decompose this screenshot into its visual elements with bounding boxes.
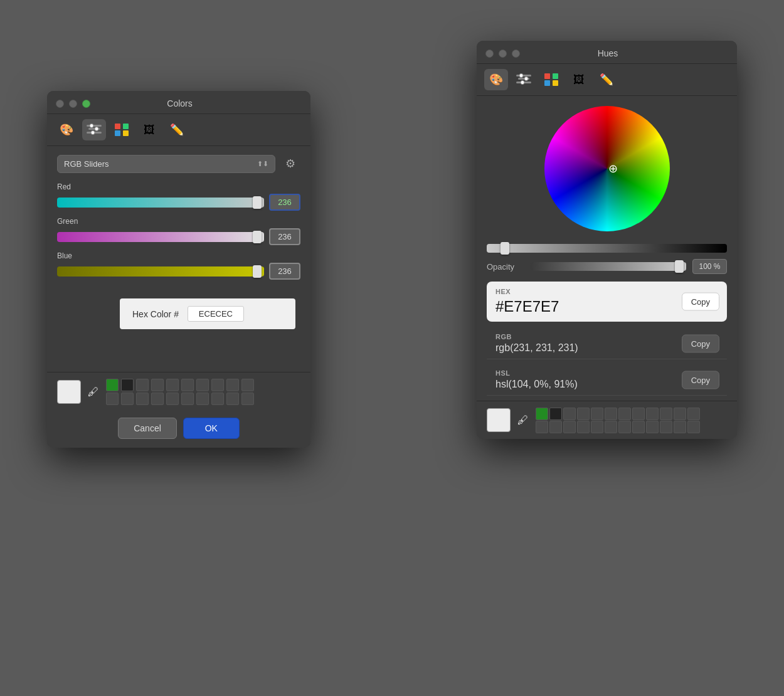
- hues-swatch-24[interactable]: [687, 421, 700, 433]
- opacity-slider-thumb[interactable]: [675, 260, 684, 273]
- hues-swatch-17[interactable]: [591, 421, 603, 433]
- swatch-cell-7[interactable]: [196, 379, 209, 391]
- slider-type-dropdown[interactable]: RGB Sliders ⬆⬇: [57, 155, 275, 173]
- tab-color-wheel[interactable]: 🎨: [55, 119, 78, 140]
- brightness-slider-track[interactable]: [487, 244, 727, 253]
- opacity-label: Opacity: [487, 262, 524, 272]
- hues-swatch-18[interactable]: [605, 421, 617, 433]
- hsl-copy-button[interactable]: Copy: [682, 371, 719, 389]
- hues-swatch-12[interactable]: [687, 408, 700, 420]
- swatch-cell-6[interactable]: [181, 379, 194, 391]
- red-slider-thumb[interactable]: [253, 196, 262, 209]
- dropdown-arrows-icon: ⬆⬇: [257, 160, 268, 168]
- current-color-swatch: [57, 380, 81, 404]
- hues-swatch-23[interactable]: [674, 421, 686, 433]
- blue-slider-track[interactable]: [57, 266, 264, 277]
- swatch-cell-4[interactable]: [151, 379, 164, 391]
- hues-swatch-16[interactable]: [577, 421, 590, 433]
- swatch-cell-18[interactable]: [211, 393, 224, 405]
- rgb-copy-button[interactable]: Copy: [682, 334, 719, 352]
- swatch-cell-14[interactable]: [151, 393, 164, 405]
- hex-copy-button[interactable]: Copy: [682, 293, 719, 311]
- crosshair-icon: ⊕: [608, 163, 619, 174]
- gear-button[interactable]: ⚙: [280, 154, 300, 174]
- hues-swatch-5[interactable]: [591, 408, 603, 420]
- hw-tab-color-wheel[interactable]: 🎨: [484, 69, 508, 90]
- green-value-input[interactable]: [269, 228, 300, 245]
- swatch-cell-10[interactable]: [241, 379, 254, 391]
- opacity-slider-track[interactable]: [531, 262, 686, 271]
- maximize-button[interactable]: [82, 100, 90, 108]
- hues-swatch-13[interactable]: [536, 421, 548, 433]
- hues-swatch-22[interactable]: [660, 421, 672, 433]
- hues-swatch-8[interactable]: [632, 408, 645, 420]
- swatch-cell-16[interactable]: [181, 393, 194, 405]
- swatch-cell-9[interactable]: [226, 379, 239, 391]
- green-slider-thumb[interactable]: [253, 231, 262, 243]
- color-wheel-section: ⊕: [477, 96, 737, 241]
- svg-rect-7: [123, 124, 129, 129]
- tab-swatches[interactable]: [110, 119, 134, 140]
- swatch-cell-8[interactable]: [211, 379, 224, 391]
- hues-swatch-6[interactable]: [605, 408, 617, 420]
- hues-swatch-19[interactable]: [618, 421, 631, 433]
- minimize-button[interactable]: [69, 100, 77, 108]
- hues-swatch-20[interactable]: [632, 421, 645, 433]
- brightness-slider-thumb[interactable]: [501, 242, 509, 255]
- swatch-cell-12[interactable]: [121, 393, 134, 405]
- hex-popup-input[interactable]: [188, 306, 244, 322]
- tab-image[interactable]: 🖼: [137, 119, 161, 140]
- opacity-value: 100 %: [692, 259, 727, 274]
- red-value-input[interactable]: [269, 194, 300, 211]
- hues-swatch-10[interactable]: [660, 408, 672, 420]
- swatch-cell-11[interactable]: [106, 393, 119, 405]
- hues-swatch-4[interactable]: [577, 408, 590, 420]
- hues-swatch-7[interactable]: [618, 408, 631, 420]
- blue-value-input[interactable]: [269, 263, 300, 280]
- hw-tab-sliders[interactable]: [512, 69, 536, 90]
- swatch-cell-1[interactable]: [106, 379, 119, 391]
- hues-swatch-15[interactable]: [563, 421, 576, 433]
- swatch-cell-2[interactable]: [121, 379, 134, 391]
- svg-rect-19: [553, 80, 558, 86]
- hues-swatch-area: 🖋: [477, 401, 737, 439]
- cancel-button[interactable]: Cancel: [118, 418, 177, 439]
- red-slider-track[interactable]: [57, 198, 264, 208]
- eyedropper-icon[interactable]: 🖋: [86, 384, 101, 399]
- tab-pencils[interactable]: ✏️: [165, 119, 189, 140]
- swatch-cell-15[interactable]: [166, 393, 179, 405]
- hues-swatch-9[interactable]: [646, 408, 659, 420]
- hues-swatch-3[interactable]: [563, 408, 576, 420]
- hues-minimize-button[interactable]: [499, 50, 507, 58]
- swatch-cell-3[interactable]: [136, 379, 149, 391]
- green-slider-track[interactable]: [57, 232, 264, 242]
- swatch-cell-20[interactable]: [241, 393, 254, 405]
- blue-slider-thumb[interactable]: [253, 265, 262, 278]
- close-button[interactable]: [56, 100, 64, 108]
- svg-point-15: [521, 81, 524, 85]
- swatch-cell-19[interactable]: [226, 393, 239, 405]
- hw-tab-image[interactable]: 🖼: [567, 69, 591, 90]
- hues-swatch-11[interactable]: [674, 408, 686, 420]
- hw-tab-pencils[interactable]: ✏️: [595, 69, 618, 90]
- svg-rect-16: [544, 73, 550, 79]
- ok-button[interactable]: OK: [183, 418, 240, 439]
- blue-slider-row: [57, 263, 300, 280]
- tab-sliders[interactable]: [82, 119, 106, 140]
- svg-rect-8: [115, 130, 120, 136]
- blue-label: Blue: [57, 251, 300, 260]
- color-wheel[interactable]: ⊕: [544, 106, 670, 231]
- swatch-cell-5[interactable]: [166, 379, 179, 391]
- swatch-cell-17[interactable]: [196, 393, 209, 405]
- hues-eyedropper-icon[interactable]: 🖋: [516, 413, 531, 428]
- hues-close-button[interactable]: [485, 50, 494, 58]
- hues-maximize-button[interactable]: [512, 50, 520, 58]
- hw-tab-swatches[interactable]: [539, 69, 563, 90]
- button-row: Cancel OK: [47, 411, 310, 448]
- hues-swatch-1[interactable]: [536, 408, 548, 420]
- green-slider-row: [57, 228, 300, 245]
- hues-swatch-14[interactable]: [549, 421, 562, 433]
- hues-swatch-2[interactable]: [549, 408, 562, 420]
- hues-swatch-21[interactable]: [646, 421, 659, 433]
- swatch-cell-13[interactable]: [136, 393, 149, 405]
